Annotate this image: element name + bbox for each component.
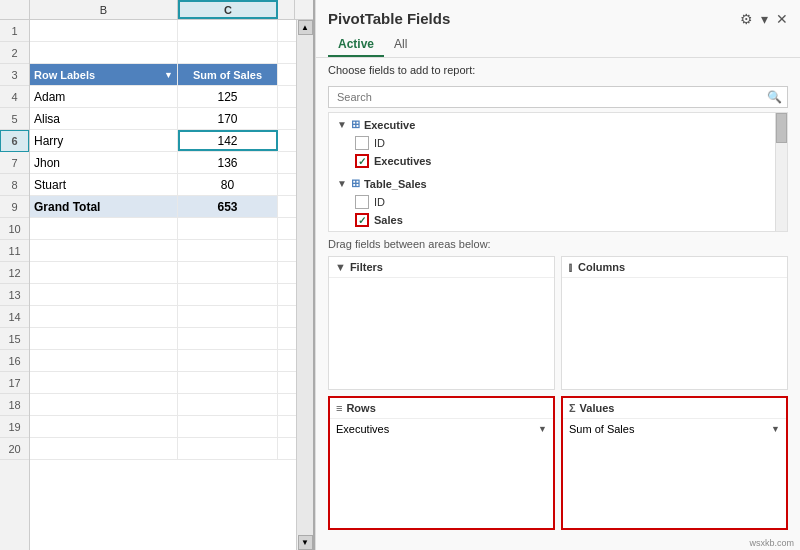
cell-c17[interactable]	[178, 372, 278, 393]
scroll-up-arrow[interactable]: ▲	[298, 20, 313, 35]
cell-b6[interactable]: Harry	[30, 130, 178, 151]
settings-icon[interactable]: ⚙	[740, 11, 753, 27]
tab-all[interactable]: All	[384, 33, 417, 57]
row-num-12: 12	[0, 262, 29, 284]
cell-b2[interactable]	[30, 42, 178, 63]
cell-c9[interactable]: 653	[178, 196, 278, 217]
cell-c12[interactable]	[178, 262, 278, 283]
cell-c6[interactable]: 142	[178, 130, 278, 151]
row-num-13: 13	[0, 284, 29, 306]
cell-c7[interactable]: 136	[178, 152, 278, 173]
scroll-track[interactable]	[297, 35, 313, 535]
cell-b5[interactable]: Alisa	[30, 108, 178, 129]
sheet-row-13	[30, 284, 296, 306]
cell-c18[interactable]	[178, 394, 278, 415]
cell-b12[interactable]	[30, 262, 178, 283]
sheet-row-11	[30, 240, 296, 262]
field-item-Executives[interactable]: Executives	[333, 152, 783, 170]
cell-b18[interactable]	[30, 394, 178, 415]
area-icon-values: Σ	[569, 402, 576, 414]
cell-c19[interactable]	[178, 416, 278, 437]
field-item-Sales[interactable]: Sales	[333, 211, 783, 229]
cell-b10[interactable]	[30, 218, 178, 239]
cell-c14[interactable]	[178, 306, 278, 327]
cell-b16[interactable]	[30, 350, 178, 371]
field-group-Executive: ▼ ⊞ Executive ID Executives	[333, 113, 783, 172]
spreadsheet: B C 1234567891011121314151617181920 Row …	[0, 0, 315, 550]
area-content-values: Sum of Sales▼	[563, 419, 786, 528]
column-headers: B C	[0, 0, 313, 20]
cell-c2[interactable]	[178, 42, 278, 63]
cell-c11[interactable]	[178, 240, 278, 261]
cell-c10[interactable]	[178, 218, 278, 239]
sheet-row-14	[30, 306, 296, 328]
cell-c20[interactable]	[178, 438, 278, 459]
area-content-columns	[562, 278, 787, 389]
cell-c8[interactable]: 80	[178, 174, 278, 195]
sheet-scrollbar[interactable]: ▲ ▼	[296, 20, 313, 550]
cell-b20[interactable]	[30, 438, 178, 459]
sheet-row-7: Jhon136	[30, 152, 296, 174]
cell-c4[interactable]: 125	[178, 86, 278, 107]
field-item-ID[interactable]: ID	[333, 193, 783, 211]
cell-b15[interactable]	[30, 328, 178, 349]
area-box-columns: ⫿ Columns	[561, 256, 788, 390]
cell-b11[interactable]	[30, 240, 178, 261]
drag-areas: Drag fields between areas below: ▼ Filte…	[316, 232, 800, 536]
cell-b14[interactable]	[30, 306, 178, 327]
cell-b4[interactable]: Adam	[30, 86, 178, 107]
cell-c5[interactable]: 170	[178, 108, 278, 129]
cell-c16[interactable]	[178, 350, 278, 371]
dropdown-icon[interactable]: ▾	[761, 11, 768, 27]
field-list-scrollbar-thumb[interactable]	[776, 113, 787, 143]
area-content-filters	[329, 278, 554, 389]
sheet-row-5: Alisa170	[30, 108, 296, 130]
pill-dropdown-values[interactable]: ▼	[771, 424, 780, 434]
cell-b8[interactable]: Stuart	[30, 174, 178, 195]
field-list: ▼ ⊞ Executive ID Executives▼ ⊞ Table_Sal…	[328, 112, 788, 232]
field-group-header-Table_Sales[interactable]: ▼ ⊞ Table_Sales	[333, 174, 783, 193]
cell-b9[interactable]: Grand Total	[30, 196, 178, 217]
row-num-17: 17	[0, 372, 29, 394]
field-item-ID[interactable]: ID	[333, 134, 783, 152]
row-num-8: 8	[0, 174, 29, 196]
cell-c3[interactable]: Sum of Sales	[178, 64, 278, 85]
checkbox-checked	[355, 154, 369, 168]
areas-grid: ▼ Filters⫿ Columns≡ RowsExecutives▼Σ Val…	[328, 256, 788, 530]
cell-b19[interactable]	[30, 416, 178, 437]
cell-c1[interactable]	[178, 20, 278, 41]
sheet-row-4: Adam125	[30, 86, 296, 108]
cell-b7[interactable]: Jhon	[30, 152, 178, 173]
area-box-values: Σ ValuesSum of Sales▼	[561, 396, 788, 530]
scroll-down-arrow[interactable]: ▼	[298, 535, 313, 550]
row-num-3: 3	[0, 64, 29, 86]
cell-c15[interactable]	[178, 328, 278, 349]
sheet-row-3: Row Labels▼Sum of Sales	[30, 64, 296, 86]
panel-tabs: Active All	[316, 33, 800, 58]
search-input[interactable]	[328, 86, 788, 108]
row-num-14: 14	[0, 306, 29, 328]
field-list-scrollbar[interactable]	[775, 113, 787, 231]
cell-c13[interactable]	[178, 284, 278, 305]
close-icon[interactable]: ✕	[776, 11, 788, 27]
sheet-body: 1234567891011121314151617181920 Row Labe…	[0, 20, 313, 550]
row-num-6: 6	[0, 130, 29, 152]
pivot-panel: PivotTable Fields ⚙ ▾ ✕ Active All Choos…	[315, 0, 800, 550]
pill-dropdown-rows[interactable]: ▼	[538, 424, 547, 434]
checkbox-unchecked	[355, 136, 369, 150]
area-icon-filters: ▼	[335, 261, 346, 273]
drag-label: Drag fields between areas below:	[328, 238, 788, 250]
cell-b17[interactable]	[30, 372, 178, 393]
field-group-header-Executive[interactable]: ▼ ⊞ Executive	[333, 115, 783, 134]
area-header-filters: ▼ Filters	[329, 257, 554, 278]
field-label: Executives	[374, 155, 431, 167]
cell-b3[interactable]: Row Labels▼	[30, 64, 178, 85]
tab-active[interactable]: Active	[328, 33, 384, 57]
area-label-rows: Rows	[346, 402, 375, 414]
checkbox-checked	[355, 213, 369, 227]
cell-b1[interactable]	[30, 20, 178, 41]
row-num-5: 5	[0, 108, 29, 130]
area-box-filters: ▼ Filters	[328, 256, 555, 390]
sheet-row-20	[30, 438, 296, 460]
cell-b13[interactable]	[30, 284, 178, 305]
